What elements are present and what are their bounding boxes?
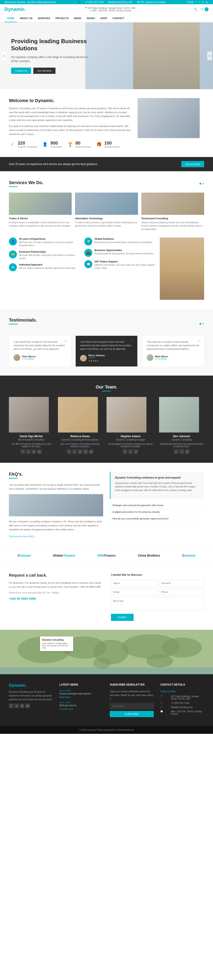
email-input[interactable] xyxy=(111,589,156,595)
team-desc-3: Dynamically hired and has worked tireles… xyxy=(159,443,204,448)
nav-item-news[interactable]: NEWS xyxy=(71,15,84,22)
cart-icon[interactable]: 🛒 0 xyxy=(200,7,208,11)
footer-fb[interactable]: f xyxy=(9,703,13,708)
quote-icon-2: " xyxy=(197,338,200,348)
faq-item-2[interactable]: › How do you successfully generate captu… xyxy=(110,515,204,522)
contact-phone: +440 00 0000 5499 xyxy=(9,597,102,600)
welcome-title: Welcome to Dynamic. xyxy=(9,98,131,103)
news-readmore-0[interactable]: Read More › xyxy=(60,696,72,698)
message-textarea[interactable] xyxy=(111,598,204,611)
testimonial-dot-1[interactable] xyxy=(199,323,201,325)
features-left: 👤 25 years of Experience We have over 25… xyxy=(9,237,155,300)
team-tw-1[interactable]: t xyxy=(73,449,77,454)
site-logo[interactable]: Dynamic. xyxy=(5,6,26,12)
hero-prev-button[interactable]: ‹ xyxy=(1,52,6,60)
footer-gp[interactable]: g+ xyxy=(25,703,30,708)
phone-input[interactable] xyxy=(159,589,204,595)
team-yt-1[interactable]: yt xyxy=(78,449,82,454)
subscribe-button[interactable]: SUBSCRIBE xyxy=(110,711,154,717)
dot-1[interactable] xyxy=(199,183,201,185)
name-input[interactable] xyxy=(111,580,156,586)
service-title-0: Trades & Stocks xyxy=(9,217,72,220)
nav-link-news[interactable]: NEWS xyxy=(71,15,84,22)
team-social-0: f t in g+ xyxy=(9,449,54,454)
our-services-button[interactable]: Our Services xyxy=(33,68,55,74)
top-bar-social: Follow: f t in g+ xyxy=(187,1,208,3)
nav-link-services[interactable]: SERVICES xyxy=(35,15,52,22)
footer-col-newsletter: SUBSCRIBE NEWSLETTER Sign up to receive … xyxy=(110,683,154,717)
request-quote-button[interactable]: request quote xyxy=(181,161,204,167)
social-tw[interactable]: t xyxy=(199,1,200,3)
form-row-2 xyxy=(111,589,204,595)
footer-brand-text: Dynamic Consulting over 25 years of expe… xyxy=(9,690,53,702)
search-icon[interactable]: 🔍 xyxy=(194,8,197,11)
hero-title: Providing leading Business Solutions xyxy=(11,38,91,52)
team-title: Our Team. xyxy=(9,385,204,391)
contact-hours-detail: 🕐 Mon - Sat 9:00 - 08:00, Sunday Closed xyxy=(161,710,204,715)
team-fb-0[interactable]: f xyxy=(21,449,25,454)
nav-link-pages[interactable]: PAGES xyxy=(84,15,98,22)
team-tw-2[interactable]: t xyxy=(128,449,133,454)
header-address-text: 107 Edge Buildings, George Street, CA 93… xyxy=(88,7,135,10)
faq-item-1[interactable]: › A digital prescription for the pharma … xyxy=(110,509,204,515)
team-tw-3[interactable]: t xyxy=(180,449,184,454)
team-fb-3[interactable]: f xyxy=(174,449,178,454)
nav-link-about[interactable]: ABOUT US xyxy=(17,15,35,22)
team-in-0[interactable]: in xyxy=(32,449,36,454)
nav-item-shop[interactable]: SHOP xyxy=(98,15,110,22)
team-desc-0: The MD of Dynamic Consulting he is the c… xyxy=(9,443,54,448)
nav-item-about[interactable]: ABOUT US xyxy=(17,15,35,22)
logo-comcast-2: Comcast xyxy=(182,554,195,557)
footer-tw[interactable]: t xyxy=(14,703,19,708)
submit-button[interactable]: SUBMIT xyxy=(111,614,134,621)
feature-icon-0: 👤 xyxy=(9,237,17,245)
top-bar: Welcome to Dynamic - we offer outstandin… xyxy=(0,0,213,4)
faq-item-0[interactable]: › Strategic and commercial approach with… xyxy=(110,502,204,509)
team-fb-2[interactable]: f xyxy=(123,449,127,454)
stat-awards-num: 80 xyxy=(76,140,91,146)
header-address: 📍 107 Edge Buildings, George Street, CA … xyxy=(85,7,135,12)
map-popup: Dynamic Consulting Type address: Google … xyxy=(40,636,73,651)
nav-item-home[interactable]: HOME xyxy=(5,15,17,22)
faq-more-link[interactable]: Click here for more FAQ's → xyxy=(9,535,37,538)
nav-item-contact[interactable]: CONTACT xyxy=(110,15,127,22)
social-gp[interactable]: g+ xyxy=(206,1,208,3)
surname-input[interactable] xyxy=(159,580,204,586)
team-gp-0[interactable]: g+ xyxy=(37,449,42,454)
hero-next-button[interactable]: › xyxy=(207,52,212,60)
nav-link-shop[interactable]: SHOP xyxy=(98,15,110,22)
feature-2: 🤝 Exclusive Partnerships We work with pr… xyxy=(9,250,80,260)
news-readmore-1[interactable]: Continue here xyxy=(60,708,73,710)
stat-projects-info: 220 Projects Completed xyxy=(18,140,37,148)
service-card-2: Turnaround Consulting Human resources pl… xyxy=(141,192,204,231)
experience-banner: Over 20 years of experience we'll ensure… xyxy=(0,157,213,171)
nav-item-pages[interactable]: PAGES xyxy=(84,15,98,22)
contact-address-value: 107 Edge Buildings, George Street, CA 93… xyxy=(171,695,204,700)
testimonial-author-0: Peter Warren in Consulting xyxy=(14,354,66,361)
team-gp-1[interactable]: g+ xyxy=(89,449,93,454)
footer-in[interactable]: in xyxy=(20,703,24,708)
nav-link-home[interactable]: HOME xyxy=(5,15,17,22)
social-fb[interactable]: f xyxy=(196,1,197,3)
service-card-0: Trades & Stocks A merger means a combina… xyxy=(9,192,72,231)
social-in[interactable]: in xyxy=(202,1,204,3)
features-person-image xyxy=(160,237,204,300)
team-in-2[interactable]: in xyxy=(134,449,138,454)
phone-icon-footer: 📞 xyxy=(161,702,169,704)
service-desc-1: IT refers to all processes of governing … xyxy=(75,221,138,228)
nav-item-services[interactable]: SERVICES xyxy=(35,15,52,22)
nav-item-projects[interactable]: PROJECTS xyxy=(53,15,71,22)
newsletter-input[interactable] xyxy=(110,703,154,709)
team-fb-1[interactable]: f xyxy=(67,449,71,454)
contact-us-button[interactable]: Contact Us xyxy=(11,68,31,74)
contact-hours-value: Mon - Sat 9:00 - 08:00, Sunday Closed xyxy=(171,710,204,715)
team-in-1[interactable]: in xyxy=(84,449,88,454)
nav-link-projects[interactable]: PROJECTS xyxy=(53,15,71,22)
nav-link-contact[interactable]: CONTACT xyxy=(110,15,127,22)
team-tw-0[interactable]: t xyxy=(26,449,31,454)
team-in-3[interactable]: in xyxy=(185,449,189,454)
feature-5: 💬 24/7 Online Support Different from Bro… xyxy=(84,260,155,270)
feature-title-0: 25 years of Experience xyxy=(19,237,80,240)
testimonial-dot-2[interactable] xyxy=(202,323,204,325)
dot-2[interactable] xyxy=(202,183,204,185)
